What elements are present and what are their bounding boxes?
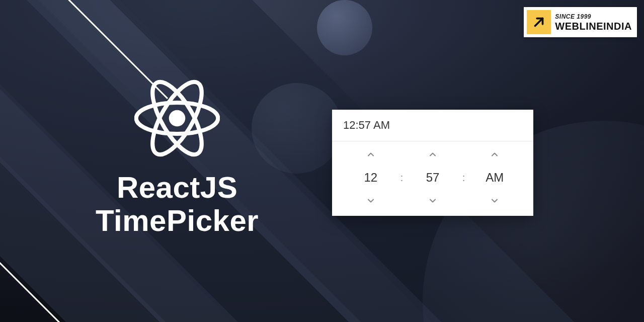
title-line-1: ReactJS: [117, 171, 237, 204]
period-decrement-button[interactable]: [485, 191, 505, 211]
minute-value[interactable]: 57: [426, 165, 440, 191]
hour-increment-button[interactable]: [361, 144, 381, 165]
title-line-2: TimePicker: [96, 204, 259, 237]
timepicker-widget: 12:57 AM 12 : 57 : AM: [332, 110, 533, 216]
react-logo-icon: [134, 75, 220, 161]
minute-increment-button[interactable]: [423, 144, 443, 165]
arrow-up-right-icon: [527, 10, 551, 34]
minute-decrement-button[interactable]: [423, 191, 443, 211]
timepicker-controls: 12 : 57 : AM: [332, 141, 533, 216]
time-separator: :: [459, 172, 468, 184]
time-separator: :: [397, 172, 407, 184]
timepicker-display: 12:57 AM: [332, 110, 533, 141]
brand-badge: SINCE 1999 WEBLINEINDIA: [524, 7, 637, 37]
svg-point-1: [169, 110, 186, 127]
hour-value[interactable]: 12: [364, 165, 377, 191]
period-increment-button[interactable]: [485, 144, 505, 165]
brand-name-label: WEBLINEINDIA: [555, 21, 632, 31]
decorative-circle: [317, 0, 372, 55]
hour-decrement-button[interactable]: [361, 191, 381, 211]
chevron-up-icon: [428, 149, 438, 159]
chevron-down-icon: [490, 196, 500, 206]
hero-section: ReactJS TimePicker: [96, 75, 259, 237]
brand-since-label: SINCE 1999: [555, 14, 632, 20]
period-value[interactable]: AM: [486, 165, 504, 191]
decorative-circle: [252, 83, 342, 174]
chevron-down-icon: [366, 196, 376, 206]
chevron-up-icon: [366, 149, 376, 159]
chevron-up-icon: [490, 149, 500, 159]
chevron-down-icon: [428, 196, 438, 206]
svg-line-0: [535, 19, 543, 26]
